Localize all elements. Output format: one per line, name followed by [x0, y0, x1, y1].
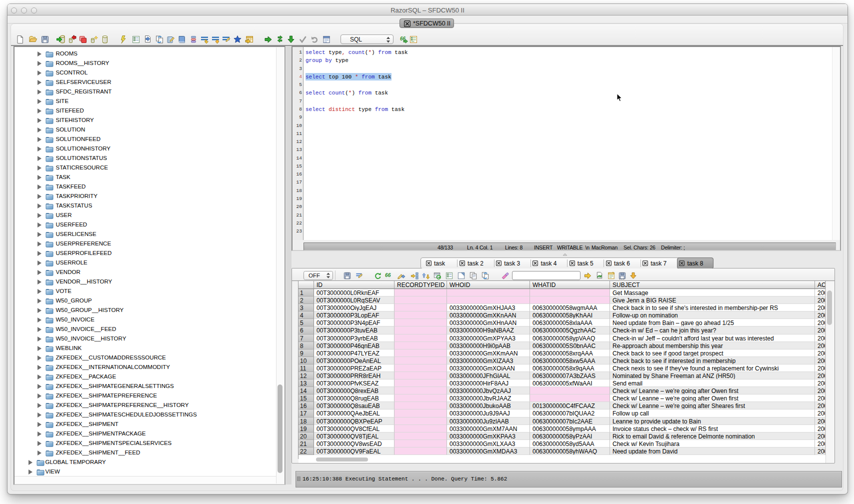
svg-text:66: 66 — [384, 272, 390, 278]
